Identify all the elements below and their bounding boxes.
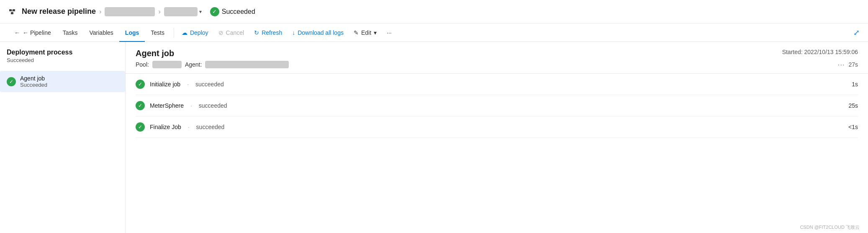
- nav-back[interactable]: ← ← Pipeline: [8, 23, 57, 42]
- succeeded-check-icon: ✓: [210, 7, 219, 16]
- edit-icon: ✎: [354, 29, 359, 36]
- watermark: CSDN @FIT2CLOUD 飞致云: [800, 224, 860, 230]
- svg-rect-1: [13, 9, 15, 11]
- breadcrumb-sep2: ›: [158, 8, 160, 16]
- nav-tests-label: Tests: [151, 29, 164, 36]
- edit-button[interactable]: ✎ Edit ▾: [349, 28, 381, 38]
- step-success-icon-metersphere: ✓: [136, 101, 145, 110]
- more-icon: ···: [387, 29, 392, 36]
- step-status-finalize: succeeded: [196, 124, 225, 130]
- agent-job-title: Agent job: [136, 49, 174, 58]
- chevron-down-icon: ▾: [199, 9, 202, 15]
- main-layout: Deployment process Succeeded ✓ Agent job…: [0, 42, 868, 233]
- nav-item-logs[interactable]: Logs: [119, 23, 145, 42]
- nav-tasks-label: Tasks: [63, 29, 78, 36]
- cancel-icon: ⊘: [218, 29, 223, 36]
- step-row-finalize[interactable]: ✓ Finalize Job · succeeded <1s: [136, 116, 858, 138]
- download-label: Download all logs: [298, 29, 344, 36]
- back-arrow-icon: ←: [14, 29, 20, 36]
- expand-icon[interactable]: ⤢: [853, 28, 860, 37]
- step-name-metersphere: MeterSphere: [150, 102, 184, 109]
- nav-bar: ← ← Pipeline Tasks Variables Logs Tests …: [0, 23, 868, 42]
- breadcrumb-segment2: [164, 7, 198, 16]
- refresh-button[interactable]: ↻ Refresh: [250, 28, 286, 38]
- refresh-icon: ↻: [254, 29, 259, 36]
- refresh-label: Refresh: [262, 29, 282, 36]
- step-status-metersphere: succeeded: [199, 102, 227, 109]
- agent-header-top: Agent job Started: 2022/10/13 15:59:06: [136, 49, 858, 58]
- cancel-button[interactable]: ⊘ Cancel: [214, 28, 249, 38]
- step-duration-init: 1s: [852, 81, 858, 88]
- step-name-init: Initialize job: [150, 81, 180, 88]
- breadcrumb-segment1[interactable]: [105, 7, 155, 16]
- breadcrumb: New release pipeline › › ▾ ✓ Succeeded: [8, 7, 860, 16]
- nav-item-tests[interactable]: Tests: [145, 23, 170, 42]
- page-title: New release pipeline: [22, 7, 96, 16]
- left-panel: Deployment process Succeeded ✓ Agent job…: [0, 42, 126, 233]
- nav-variables-label: Variables: [90, 29, 113, 36]
- nav-back-label: ← Pipeline: [23, 29, 51, 36]
- top-header: New release pipeline › › ▾ ✓ Succeeded: [0, 0, 868, 23]
- deploy-label: Deploy: [190, 29, 208, 36]
- edit-label: Edit: [361, 29, 371, 36]
- agent-started: Started: 2022/10/13 15:59:06: [782, 49, 858, 55]
- step-dot-init: ·: [187, 81, 189, 88]
- nav-divider: [174, 28, 174, 38]
- nav-logs-label: Logs: [125, 29, 139, 36]
- agent-header: Agent job Started: 2022/10/13 15:59:06 P…: [126, 42, 868, 74]
- agent-pool-row: Pool: Agent: ··· 27s: [136, 61, 858, 68]
- deployment-section: Deployment process Succeeded: [0, 49, 125, 70]
- breadcrumb-dropdown[interactable]: ▾: [164, 7, 202, 16]
- job-info: Agent job Succeeded: [20, 75, 47, 88]
- step-success-icon-finalize: ✓: [136, 122, 145, 132]
- step-dot-finalize: ·: [188, 124, 190, 130]
- pool-label: Pool:: [136, 61, 149, 68]
- job-status: Succeeded: [20, 82, 47, 88]
- step-success-icon-init: ✓: [136, 80, 145, 89]
- right-panel: Agent job Started: 2022/10/13 15:59:06 P…: [126, 42, 868, 233]
- steps-list: ✓ Initialize job · succeeded 1s ✓ MeterS…: [126, 74, 868, 138]
- agent-duration: 27s: [848, 61, 858, 68]
- cancel-label: Cancel: [226, 29, 244, 36]
- agent-value-pill: [205, 61, 289, 68]
- step-dot-metersphere: ·: [190, 102, 192, 109]
- pipeline-icon: [8, 8, 17, 16]
- nav-item-variables[interactable]: Variables: [84, 23, 119, 42]
- download-icon: ↓: [292, 29, 295, 36]
- deploy-button[interactable]: ☁ Deploy: [177, 28, 213, 38]
- download-logs-button[interactable]: ↓ Download all logs: [288, 28, 348, 38]
- deploy-icon: ☁: [182, 29, 187, 36]
- edit-chevron-icon: ▾: [374, 29, 377, 36]
- deployment-status: Succeeded: [7, 57, 118, 63]
- deployment-title: Deployment process: [7, 49, 118, 56]
- agent-more-button[interactable]: ···: [838, 61, 845, 68]
- succeeded-badge: ✓ Succeeded: [210, 7, 255, 16]
- agent-meta: ··· 27s: [838, 61, 858, 68]
- step-duration-finalize: <1s: [848, 124, 858, 130]
- breadcrumb-sep1: ›: [99, 8, 101, 16]
- step-row-metersphere[interactable]: ✓ MeterSphere · succeeded 25s: [136, 95, 858, 116]
- job-success-icon: ✓: [7, 77, 16, 86]
- step-duration-metersphere: 25s: [848, 102, 858, 109]
- more-button[interactable]: ···: [383, 28, 396, 38]
- job-item-agent[interactable]: ✓ Agent job Succeeded: [0, 71, 125, 92]
- nav-item-tasks[interactable]: Tasks: [57, 23, 84, 42]
- agent-label: Agent:: [185, 61, 202, 68]
- succeeded-label: Succeeded: [222, 8, 255, 16]
- job-name: Agent job: [20, 75, 47, 82]
- step-row-init[interactable]: ✓ Initialize job · succeeded 1s: [136, 74, 858, 95]
- nav-actions: ☁ Deploy ⊘ Cancel ↻ Refresh ↓ Download a…: [177, 28, 396, 38]
- pool-value-pill: [152, 61, 182, 68]
- step-name-finalize: Finalize Job: [150, 124, 181, 130]
- step-status-init: succeeded: [195, 81, 224, 88]
